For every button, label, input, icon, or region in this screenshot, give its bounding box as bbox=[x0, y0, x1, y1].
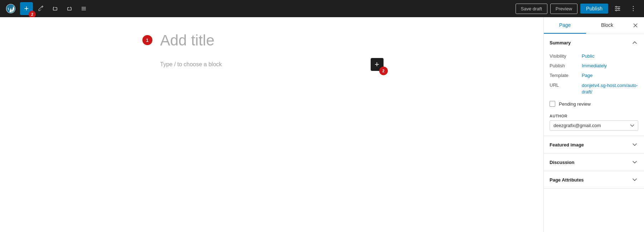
visibility-label: Visibility bbox=[550, 53, 582, 59]
step-badge-1: 1 bbox=[142, 35, 152, 45]
url-row: URL donjetv4.sg-host.com/auto-draft/ bbox=[544, 80, 644, 97]
discussion-section: Discussion bbox=[544, 154, 644, 171]
author-select[interactable]: deezgrafix@gmail.com bbox=[550, 120, 638, 131]
undo-icon bbox=[52, 5, 58, 12]
discussion-title: Discussion bbox=[550, 160, 574, 165]
list-view-button[interactable] bbox=[77, 2, 90, 15]
summary-title: Summary bbox=[550, 40, 571, 45]
publish-row: Publish Immediately bbox=[544, 61, 644, 71]
template-label: Template bbox=[550, 73, 582, 78]
visibility-row: Visibility Public bbox=[544, 51, 644, 61]
publish-button[interactable]: Publish bbox=[580, 4, 608, 14]
edit-icon-button[interactable] bbox=[34, 2, 47, 15]
summary-section-header[interactable]: Summary bbox=[544, 34, 644, 51]
svg-point-6 bbox=[616, 10, 617, 11]
template-row: Template Page bbox=[544, 71, 644, 80]
title-area: 1 Add title bbox=[160, 32, 384, 49]
tab-block[interactable]: Block bbox=[586, 17, 628, 34]
author-label: AUTHOR bbox=[550, 114, 638, 118]
sidebar-close-button[interactable] bbox=[628, 18, 643, 33]
redo-icon bbox=[66, 5, 73, 12]
editor-area[interactable]: 1 Add title Type / to choose a block + 2 bbox=[0, 17, 543, 232]
visibility-value[interactable]: Public bbox=[582, 53, 594, 59]
featured-image-chevron-icon bbox=[631, 141, 638, 148]
add-block-wrapper: + 2 bbox=[371, 58, 384, 71]
plus-inline-icon: + bbox=[375, 60, 379, 69]
publish-value[interactable]: Immediately bbox=[582, 63, 607, 68]
add-block-button[interactable]: + 2 bbox=[20, 2, 33, 15]
featured-image-header[interactable]: Featured image bbox=[544, 136, 644, 153]
toolbar-left: + 2 bbox=[4, 2, 514, 15]
pending-review-row: Pending review bbox=[544, 97, 644, 110]
pending-review-label: Pending review bbox=[559, 101, 591, 107]
featured-image-title: Featured image bbox=[550, 142, 584, 148]
svg-point-7 bbox=[633, 6, 634, 7]
publish-label: Publish bbox=[550, 63, 582, 68]
page-attributes-section: Page Attributes bbox=[544, 171, 644, 189]
page-attributes-chevron-icon bbox=[631, 176, 638, 183]
redo-button[interactable] bbox=[63, 2, 76, 15]
sidebar-body: Summary Visibility Public Publish Immedi… bbox=[544, 34, 644, 232]
close-icon bbox=[632, 22, 639, 29]
settings-button[interactable] bbox=[611, 2, 624, 15]
more-options-icon bbox=[630, 5, 637, 12]
title-input[interactable]: Add title bbox=[160, 32, 384, 49]
list-view-icon bbox=[80, 5, 87, 12]
more-options-button[interactable] bbox=[627, 2, 640, 15]
toolbar-right: Save draft Preview Publish bbox=[516, 2, 640, 15]
pending-review-checkbox[interactable] bbox=[550, 101, 555, 107]
tab-page[interactable]: Page bbox=[544, 17, 586, 34]
svg-point-9 bbox=[633, 10, 634, 11]
block-placeholder[interactable]: Type / to choose a block bbox=[160, 61, 222, 68]
summary-section: Summary Visibility Public Publish Immedi… bbox=[544, 34, 644, 136]
preview-button[interactable]: Preview bbox=[550, 4, 577, 14]
plus-icon: + bbox=[24, 5, 29, 13]
settings-icon bbox=[614, 5, 621, 12]
wp-logo bbox=[4, 2, 17, 15]
svg-point-4 bbox=[616, 6, 617, 7]
add-badge: 2 bbox=[29, 11, 36, 18]
block-area: Type / to choose a block + 2 bbox=[160, 58, 384, 71]
page-attributes-header[interactable]: Page Attributes bbox=[544, 171, 644, 188]
featured-image-section: Featured image bbox=[544, 136, 644, 154]
add-block-inline-button[interactable]: + 2 bbox=[371, 58, 384, 71]
discussion-header[interactable]: Discussion bbox=[544, 154, 644, 171]
save-draft-button[interactable]: Save draft bbox=[516, 4, 547, 14]
discussion-chevron-icon bbox=[631, 159, 638, 166]
url-label: URL bbox=[550, 82, 582, 88]
summary-chevron-icon bbox=[631, 39, 638, 46]
svg-point-5 bbox=[618, 8, 619, 9]
step-badge-2: 2 bbox=[379, 67, 388, 75]
url-value[interactable]: donjetv4.sg-host.com/auto-draft/ bbox=[582, 82, 638, 95]
svg-point-8 bbox=[633, 8, 634, 9]
edit-icon bbox=[38, 5, 44, 12]
template-value[interactable]: Page bbox=[582, 73, 592, 78]
undo-button[interactable] bbox=[49, 2, 62, 15]
sidebar-header: Page Block bbox=[544, 17, 644, 34]
main-area: 1 Add title Type / to choose a block + 2… bbox=[0, 17, 644, 232]
editor-content: 1 Add title Type / to choose a block + 2 bbox=[143, 32, 401, 71]
sidebar: Page Block Summary Visibility bbox=[543, 17, 644, 232]
toolbar: + 2 bbox=[0, 0, 644, 17]
page-attributes-title: Page Attributes bbox=[550, 177, 584, 183]
author-section: AUTHOR deezgrafix@gmail.com bbox=[544, 110, 644, 136]
